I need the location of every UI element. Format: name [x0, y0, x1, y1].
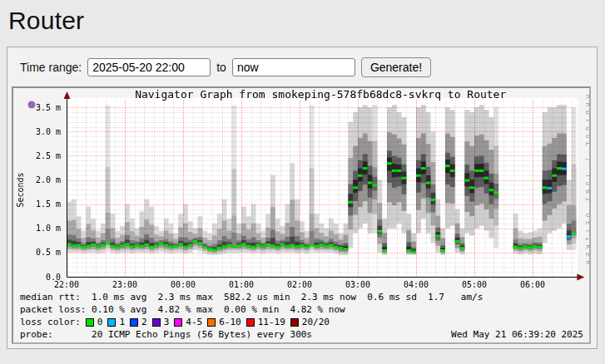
start-time-input[interactable]	[87, 58, 211, 76]
loss-color-swatch	[152, 318, 161, 327]
loss-color-row: loss color:01234-56-1011-1920/20	[20, 316, 583, 328]
probe-row: probe: 20 ICMP Echo Pings (56 Bytes) eve…	[20, 328, 583, 341]
smokeping-panel: Time range: to Generate! median rtt: 1.0…	[7, 47, 598, 349]
loss-color-value: 20/20	[302, 316, 330, 328]
loss-color-swatch	[130, 318, 138, 327]
loss-color-swatch	[174, 318, 182, 327]
loss-color-value: 11-19	[258, 316, 285, 328]
graph-container: median rtt: 1.0 ms avg 2.3 ms max 582.2 …	[12, 86, 591, 344]
probe-label: probe: 20 ICMP Echo Pings (56 Bytes) eve…	[20, 328, 312, 341]
loss-color-swatch	[107, 318, 116, 327]
page-title: Router	[8, 7, 605, 35]
loss-color-swatch	[246, 318, 255, 327]
time-range-label: Time range:	[20, 61, 82, 74]
packet-loss-row: packet loss: 0.10 % avg 4.82 % max 0.00 …	[20, 303, 583, 316]
to-label: to	[216, 61, 226, 74]
loss-color-swatch	[290, 318, 299, 327]
loss-color-value: 0	[97, 316, 103, 328]
loss-color-value: 4-5	[186, 316, 202, 328]
loss-color-swatch	[86, 318, 94, 327]
median-rtt-row: median rtt: 1.0 ms avg 2.3 ms max 582.2 …	[20, 291, 583, 303]
loss-color-value: 6-10	[219, 316, 241, 328]
smokeping-graph-canvas[interactable]	[13, 88, 589, 290]
generate-button[interactable]: Generate!	[361, 57, 431, 77]
graph-timestamp: Wed May 21 06:39:20 2025	[451, 328, 583, 341]
loss-color-label: loss color:	[20, 316, 81, 328]
loss-color-value: 3	[164, 316, 170, 328]
time-range-form: Time range: to Generate!	[20, 57, 592, 77]
loss-color-value: 2	[141, 316, 147, 328]
loss-color-value: 1	[119, 316, 125, 328]
graph-legend: median rtt: 1.0 ms avg 2.3 ms max 582.2 …	[13, 290, 589, 342]
loss-color-swatch	[207, 318, 216, 327]
end-time-input[interactable]	[232, 58, 355, 76]
